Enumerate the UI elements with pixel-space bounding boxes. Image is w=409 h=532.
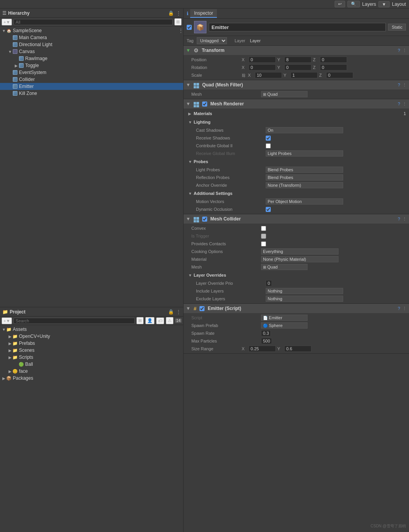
project-icon-btn1[interactable]: ⊞ [136, 317, 144, 324]
materials-fold[interactable]: ▶ Materials 1 [184, 109, 409, 118]
rotation-z-input[interactable] [320, 64, 347, 71]
cast-shadows-value[interactable]: On [266, 127, 343, 133]
scale-y-input[interactable] [290, 72, 318, 78]
position-z-input[interactable] [320, 57, 347, 63]
tree-item-assets[interactable]: ▼ 📁 Assets [0, 326, 183, 333]
provides-contacts-checkbox[interactable] [261, 241, 266, 246]
scale-x-input[interactable] [255, 72, 282, 78]
spawn-prefab-label: Spawn Prefab [191, 323, 261, 328]
project-menu-icon[interactable]: ⋮ [176, 309, 181, 315]
add-btn[interactable]: +▼ [2, 19, 12, 26]
meshfilter-body: Mesh ⊞ Quad [184, 90, 409, 99]
meshrenderer-enabled[interactable] [202, 102, 207, 107]
tree-item-eventsystem[interactable]: EventSystem [0, 69, 183, 76]
tree-item-dirlight[interactable]: Directional Light [0, 41, 183, 48]
meshrenderer-info-icon[interactable]: ? [398, 102, 400, 106]
meshcollider-menu-icon[interactable]: ⋮ [402, 217, 407, 222]
emitter-script-header[interactable]: ▼ # Emitter (Script) ? ⋮ [184, 304, 409, 313]
layer-overrides-fold[interactable]: ▼ Layer Overrides [184, 271, 409, 279]
static-btn[interactable]: Static [388, 24, 406, 31]
emitter-script-title: Emitter (Script) [208, 306, 241, 311]
inspector-tab[interactable]: Inspector [190, 9, 217, 18]
meshfilter-menu-icon[interactable]: ⋮ [402, 83, 407, 88]
lock-icon[interactable]: 🔒 [168, 10, 174, 16]
tree-item-prefabs[interactable]: ▶ 📁 Prefabs [0, 340, 183, 347]
tag-select[interactable]: Untagged [197, 37, 227, 44]
tree-item-killzone[interactable]: Kill Zone [0, 90, 183, 97]
layer-overrides-title: Layer Overrides [194, 273, 226, 277]
receive-shadows-checkbox[interactable] [266, 136, 271, 141]
scale-z-input[interactable] [326, 72, 353, 78]
convex-checkbox[interactable] [261, 226, 266, 231]
tree-item-scripts[interactable]: ▶ 📁 Scripts [0, 354, 183, 361]
meshcollider-header[interactable]: ▼ Mesh Collider ? ⋮ [184, 214, 409, 224]
tree-item-ball[interactable]: 🟢 Ball [0, 361, 183, 368]
transform-section: ▼ ⚙ Transform ? ⋮ Position X [184, 46, 409, 80]
project-lock-icon[interactable]: 🔒 [168, 309, 174, 315]
rotation-y-input[interactable] [284, 64, 311, 71]
meshrenderer-header[interactable]: ▼ Mesh Renderer ? ⋮ [184, 99, 409, 108]
spawn-rate-value[interactable]: 0.3 [261, 330, 271, 336]
emitter-script-menu-icon[interactable]: ⋮ [402, 306, 407, 311]
exclude-layers-value[interactable]: Nothing [266, 296, 343, 302]
tree-item-canvas[interactable]: ▼ Canvas [0, 48, 183, 55]
lighting-fold[interactable]: ▼ Lighting [184, 118, 409, 126]
history-btn[interactable]: ↩ [335, 1, 345, 7]
object-name-input[interactable] [209, 23, 386, 31]
project-search[interactable] [14, 318, 135, 324]
tree-item-rawimage[interactable]: RawImage [0, 55, 183, 62]
dynamic-occlusion-checkbox[interactable] [266, 207, 271, 212]
motion-vectors-value[interactable]: Per Object Motion [266, 198, 343, 205]
layer-override-prio-value[interactable]: 0 [266, 280, 272, 286]
light-probes-value[interactable]: Blend Probes [266, 167, 343, 173]
transform-header[interactable]: ▼ ⚙ Transform ? ⋮ [184, 46, 409, 55]
anchor-override-value[interactable]: None (Transform) [266, 182, 343, 188]
meshfilter-header[interactable]: ▼ Quad (Mesh Filter) ? ⋮ [184, 80, 409, 90]
contribute-gi-checkbox[interactable] [266, 143, 271, 148]
emitter-script-enabled[interactable] [199, 306, 204, 311]
tree-item-samplescene[interactable]: ▼ 🏠 SampleScene ⋮ [0, 27, 183, 34]
search-btn[interactable]: 🔍 [347, 1, 360, 7]
tree-item-opencv[interactable]: ▶ 📁 OpenCV+Unity [0, 333, 183, 340]
transform-info-icon[interactable]: ? [398, 48, 400, 53]
tree-item-packages[interactable]: ▶ 📦 Packages [0, 375, 183, 382]
reflection-probes-value[interactable]: Blend Probes [266, 174, 343, 181]
cooking-options-row: Cooking Options Everything [184, 248, 409, 255]
meshrenderer-menu-icon[interactable]: ⋮ [402, 102, 407, 107]
size-range-x-input[interactable] [249, 346, 276, 352]
tree-item-toggle[interactable]: ▶ Toggle [0, 62, 183, 69]
layers-dropdown[interactable]: ▼ [378, 1, 390, 7]
emitter-script-info-icon[interactable]: ? [398, 306, 400, 311]
meshcollider-info-icon[interactable]: ? [398, 217, 400, 221]
meshcollider-enabled[interactable] [202, 217, 207, 222]
tree-item-maincamera[interactable]: Main Camera [0, 34, 183, 41]
probes-fold[interactable]: ▼ Probes [184, 157, 409, 166]
transform-menu-icon[interactable]: ⋮ [402, 48, 407, 53]
tree-item-scenes[interactable]: ▶ 📁 Scenes [0, 347, 183, 354]
collider-material-value[interactable]: None (Physic Material) [261, 256, 339, 262]
tree-item-emitter[interactable]: Emitter [0, 83, 183, 90]
additional-settings-fold[interactable]: ▼ Additional Settings [184, 189, 409, 198]
hierarchy-menu-icon[interactable]: ⋮ [176, 10, 181, 16]
project-icon-btn2[interactable]: 👤 [145, 317, 155, 324]
tree-item-collider[interactable]: Collider [0, 76, 183, 83]
hierarchy-search[interactable] [14, 19, 173, 25]
project-icon-btn4[interactable]: ⚠ [166, 317, 174, 324]
position-x-input[interactable] [249, 57, 276, 63]
max-particles-value[interactable]: 500 [261, 338, 272, 344]
search-filter-btn[interactable]: ⊞ [174, 18, 182, 26]
project-add-btn[interactable]: +▼ [2, 317, 12, 324]
layout-label: Layout [392, 2, 406, 7]
project-icon-btn3[interactable]: 🏷 [156, 317, 164, 324]
position-y-input[interactable] [284, 57, 311, 63]
tree-item-face[interactable]: ▶ 😊 face [0, 368, 183, 375]
receive-gi-value[interactable]: Light Probes [266, 150, 343, 157]
meshfilter-info-icon[interactable]: ? [398, 83, 400, 87]
mesh-grid-icon: ⊞ [263, 92, 266, 96]
cooking-options-value[interactable]: Everything [261, 248, 339, 255]
rotation-x-input[interactable] [249, 64, 276, 71]
include-layers-value[interactable]: Nothing [266, 288, 343, 294]
scene-menu[interactable]: ⋮ [179, 28, 183, 33]
size-range-y-input[interactable] [284, 346, 311, 352]
object-enabled-checkbox[interactable] [187, 25, 192, 30]
